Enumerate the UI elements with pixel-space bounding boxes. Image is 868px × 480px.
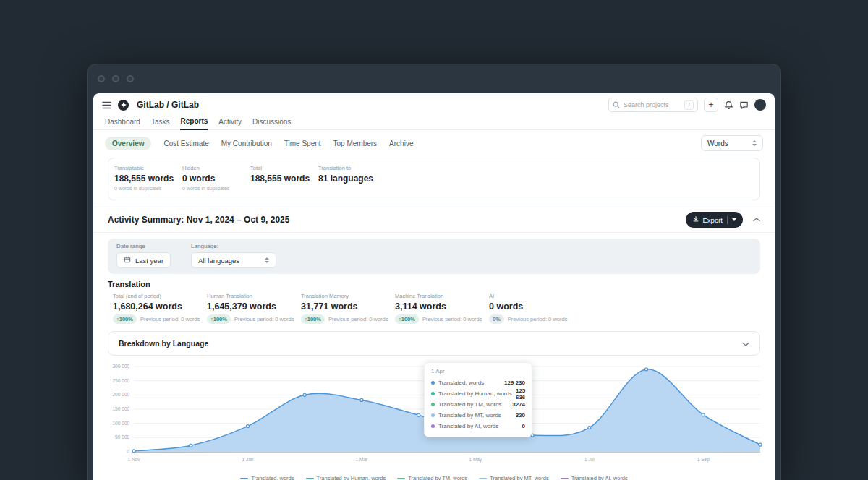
activity-header-actions: Export: [686, 212, 760, 228]
legend-label: Translated by TM, words: [408, 475, 467, 480]
window-control-dot[interactable]: [98, 75, 105, 82]
window-title-bar: [88, 64, 780, 93]
series-value: 0: [522, 423, 525, 429]
tooltip-row-translated-by-tm-words: Translated by TM, words3274: [431, 399, 525, 410]
stat-subtext: 0 words in duplicates: [182, 186, 250, 192]
series-value: 320: [516, 412, 525, 419]
stat-value: 31,771 words: [301, 301, 395, 312]
primary-nav-discussions[interactable]: Discussions: [252, 118, 291, 129]
create-new-button[interactable]: +: [704, 98, 718, 112]
user-avatar[interactable]: [754, 99, 766, 111]
summary-stat-total: Total188,555 words: [250, 165, 318, 192]
previous-period-text: Previous period: 0 words: [422, 316, 482, 322]
divider: [727, 216, 728, 224]
legend-label: Translated, words: [251, 475, 294, 480]
svg-text:1 Jul: 1 Jul: [584, 457, 595, 462]
page-title: GitLab / GitLab: [137, 100, 199, 110]
translation-section-heading: Translation: [108, 280, 760, 288]
download-icon: [692, 215, 699, 224]
stat-label: Human Translation: [207, 293, 301, 299]
legend-item-translated-words[interactable]: Translated, words: [240, 475, 294, 480]
activity-summary-title: Activity Summary: Nov 1, 2024 – Oct 9, 2…: [108, 215, 289, 225]
stat-label: Total: [250, 165, 318, 171]
unit-select[interactable]: Words: [701, 135, 763, 151]
browser-window: GitLab / GitLab / + D: [87, 64, 781, 480]
window-control-dot[interactable]: [127, 75, 134, 82]
stat-label: Translatable: [114, 165, 182, 171]
stat-subtext: [250, 186, 318, 192]
export-caret-icon[interactable]: [732, 218, 736, 221]
legend-marker: [479, 478, 487, 479]
svg-text:1 Nov: 1 Nov: [128, 457, 141, 462]
translation-stats: Total (end of period)1,680,264 words↑100…: [93, 288, 775, 324]
activity-summary-header: Activity Summary: Nov 1, 2024 – Oct 9, 2…: [93, 207, 775, 232]
series-value: 3274: [512, 401, 525, 408]
legend-item-translated-by-tm-words[interactable]: Translated by TM, words: [397, 475, 467, 480]
app-header: GitLab / GitLab / +: [93, 93, 775, 115]
window-control-dot[interactable]: [112, 75, 119, 82]
unit-select-value: Words: [707, 140, 728, 147]
collapse-section-chevron-up-icon[interactable]: [753, 218, 760, 222]
primary-nav-dashboard[interactable]: Dashboard: [105, 118, 140, 129]
filter-bar: Date range Last year Language: All langu…: [108, 239, 760, 274]
change-badge: 0%: [489, 314, 504, 324]
legend-label: Translated by Human, words: [317, 475, 386, 480]
translation-stat-machine-translation: Machine Translation3,114 words↑100%Previ…: [395, 293, 489, 324]
legend-item-translated-by-mt-words[interactable]: Translated by MT, words: [479, 475, 548, 480]
breakdown-by-language-card[interactable]: Breakdown by Language: [108, 331, 760, 356]
svg-text:100 000: 100 000: [113, 421, 130, 426]
calendar-icon: [124, 256, 131, 265]
divider: [93, 232, 775, 233]
export-button[interactable]: Export: [686, 212, 743, 228]
report-tab-archive[interactable]: Archive: [389, 140, 413, 147]
report-tab-overview[interactable]: Overview: [105, 137, 151, 150]
legend-marker: [240, 478, 248, 479]
legend-item-translated-by-ai-words[interactable]: Translated by AI, words: [561, 475, 628, 480]
stat-value: 0 words: [182, 173, 250, 184]
change-badge: ↑100%: [301, 314, 325, 324]
stat-value: 0 words: [489, 301, 583, 312]
series-color-dot: [431, 392, 435, 395]
series-label: Translated, words: [438, 380, 484, 386]
search-input[interactable]: /: [608, 98, 698, 112]
notifications-bell-icon[interactable]: [724, 100, 733, 110]
language-select[interactable]: All languages: [191, 252, 276, 268]
series-color-dot: [431, 381, 435, 385]
series-value: 125 636: [516, 387, 525, 400]
svg-text:250 000: 250 000: [113, 378, 130, 383]
messages-chat-icon[interactable]: [739, 100, 749, 110]
select-arrows-icon: [752, 140, 757, 146]
summary-stat-translatable: Translatable188,555 words0 words in dupl…: [114, 165, 182, 192]
primary-nav-activity[interactable]: Activity: [218, 118, 242, 129]
primary-nav-tasks[interactable]: Tasks: [151, 118, 170, 129]
series-label: Translated by MT, words: [438, 412, 501, 419]
report-tab-cost-estimate[interactable]: Cost Estimate: [163, 140, 208, 147]
series-label: Translated by AI, words: [438, 423, 498, 429]
legend-marker: [561, 478, 569, 479]
tooltip-row-translated-by-ai-words: Translated by AI, words0: [431, 421, 525, 432]
date-range-button[interactable]: Last year: [116, 252, 171, 268]
report-tab-top-members[interactable]: Top Members: [333, 140, 378, 147]
app-panel: GitLab / GitLab / + D: [93, 93, 775, 480]
hamburger-menu-icon[interactable]: [102, 101, 111, 109]
previous-period-text: Previous period: 0 words: [140, 316, 200, 322]
stat-label: Hidden: [182, 165, 250, 171]
stat-value: 3,114 words: [395, 301, 489, 312]
series-value: 129 230: [504, 380, 525, 386]
svg-text:50 000: 50 000: [115, 434, 129, 440]
stat-subtext: 0 words in duplicates: [114, 186, 182, 192]
chart-tooltip-rows: Translated, words129 230Translated by Hu…: [431, 377, 525, 432]
svg-text:150 000: 150 000: [113, 406, 130, 411]
breakdown-title: Breakdown by Language: [119, 339, 208, 348]
report-tab-time-spent[interactable]: Time Spent: [284, 140, 321, 147]
activity-chart: 300 000250 000200 000150 000100 00050 00…: [105, 359, 763, 473]
report-tab-my-contribution[interactable]: My Contribution: [221, 140, 272, 147]
search-field[interactable]: [624, 101, 676, 108]
primary-nav-reports[interactable]: Reports: [180, 117, 208, 130]
stat-value: 188,555 words: [114, 173, 182, 184]
stat-value: 81 languages: [318, 173, 386, 184]
tooltip-title: 1 Apr: [431, 368, 525, 374]
legend-item-translated-by-human-words[interactable]: Translated by Human, words: [306, 475, 386, 480]
series-label: Translated by Human, words: [438, 390, 512, 397]
chart-tooltip: 1 Apr Translated, words129 230Translated…: [424, 362, 532, 437]
